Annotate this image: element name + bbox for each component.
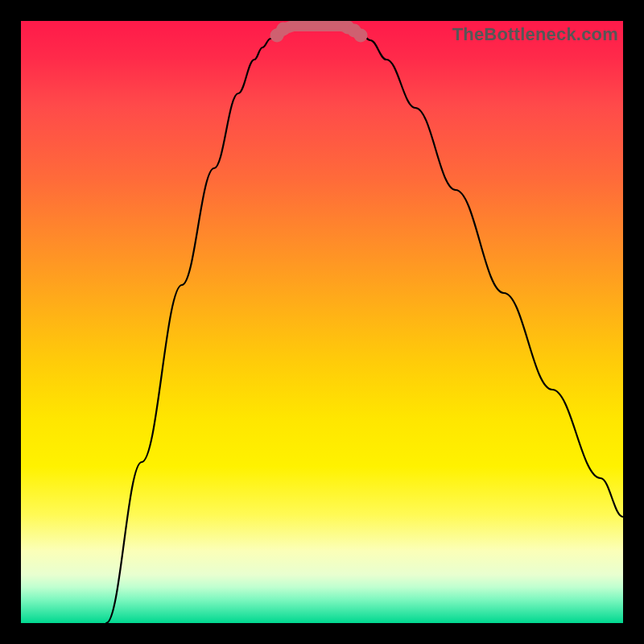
curve-layer (21, 21, 623, 623)
chart-container: TheBottleneck.com (0, 0, 644, 644)
marker-dot (354, 29, 368, 43)
marker-dot (348, 24, 361, 38)
marker-dot (277, 23, 291, 36)
plot-area: TheBottleneck.com (21, 21, 623, 623)
watermark-label: TheBottleneck.com (452, 24, 618, 45)
bottleneck-curve (106, 26, 623, 623)
marker-dot (270, 29, 284, 43)
marker-dots (270, 21, 368, 43)
marker-band (277, 26, 361, 35)
marker-dot (341, 21, 355, 35)
